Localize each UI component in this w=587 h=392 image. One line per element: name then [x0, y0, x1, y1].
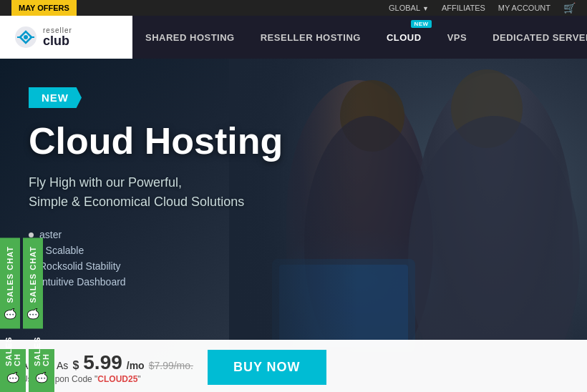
sales-chat-tab-2[interactable]: 💬 SALES CHAT — [23, 237, 43, 328]
nav-reseller-hosting[interactable]: RESELLER HOSTING — [248, 16, 374, 59]
main-nav: reseller club SHARED HOSTING RESELLER HO… — [0, 16, 587, 59]
chat-icon-1: 💬 — [4, 307, 16, 320]
feature-2: r Scalable — [29, 245, 558, 256]
coupon-code: CLOUD25 — [97, 374, 137, 384]
hero-subtitle: Fly High with our Powerful, Simple & Eco… — [29, 173, 558, 212]
pricing-bar: As Low As $ 5.99 /mo $7.99/mo. Use Coupo… — [0, 340, 587, 392]
chat-icon-3: 💬 — [7, 371, 19, 383]
sales-bottom-tab-1[interactable]: 💬 SALES CH — [0, 349, 26, 392]
price-currency: $ — [72, 359, 79, 372]
bullet-1 — [29, 232, 34, 237]
logo-icon — [14, 26, 37, 49]
top-bar: MAY OFFERS GLOBAL▼ AFFILIATES MY ACCOUNT… — [0, 0, 587, 16]
new-badge-wrapper: NEW — [29, 87, 558, 115]
logo-club: club — [43, 34, 72, 47]
nav-vps[interactable]: VPS — [435, 16, 480, 59]
myaccount-link[interactable]: MY ACCOUNT — [498, 4, 550, 12]
chat-icon-2: 💬 — [27, 307, 39, 320]
global-menu[interactable]: GLOBAL▼ — [389, 4, 429, 12]
sales-chat-tab-1[interactable]: 💬 SALES CHAT — [0, 237, 20, 328]
affiliates-link[interactable]: AFFILIATES — [442, 4, 485, 12]
logo-text: reseller club — [43, 27, 72, 47]
cart-icon[interactable]: 🛒 — [563, 2, 576, 14]
may-offers[interactable]: MAY OFFERS — [11, 0, 77, 16]
feature-3: Rocksolid Stability — [29, 260, 558, 272]
buy-now-button[interactable]: BUY NOW — [208, 350, 326, 385]
price-amount: 5.99 — [83, 351, 122, 374]
nav-shared-hosting[interactable]: SHARED HOSTING — [132, 16, 248, 59]
sales-chat-tabs: 💬 SALES CHAT 💬 SALES CHAT — [0, 237, 43, 328]
features-list: aster r Scalable Rocksolid Stability Int… — [29, 229, 558, 288]
nav-cloud[interactable]: CLOUD NEW — [374, 16, 435, 59]
sales-bottom-tab-2[interactable]: 💬 SALES CH — [29, 349, 54, 392]
feature-4: Intuitive Dashboard — [29, 276, 558, 288]
cloud-new-badge: NEW — [411, 20, 431, 28]
sales-bottom-tabs: 💬 SALES CH 💬 SALES CH — [0, 349, 54, 392]
price-original: $7.99/mo. — [149, 360, 193, 371]
feature-1: aster — [29, 229, 558, 240]
price-period: /mo — [127, 360, 145, 371]
new-badge-hero: NEW — [29, 87, 82, 108]
chat-icon-4: 💬 — [36, 371, 47, 383]
logo-area[interactable]: reseller club — [0, 16, 132, 59]
nav-dedicated-server[interactable]: DEDICATED SERVER — [480, 16, 587, 59]
top-bar-right: GLOBAL▼ AFFILIATES MY ACCOUNT 🛒 — [389, 2, 576, 14]
svg-point-1 — [24, 35, 28, 39]
nav-items: SHARED HOSTING RESELLER HOSTING CLOUD NE… — [132, 16, 587, 59]
hero-section: NEW Cloud Hosting Fly High with our Powe… — [0, 59, 587, 392]
hero-title: Cloud Hosting — [29, 121, 558, 162]
